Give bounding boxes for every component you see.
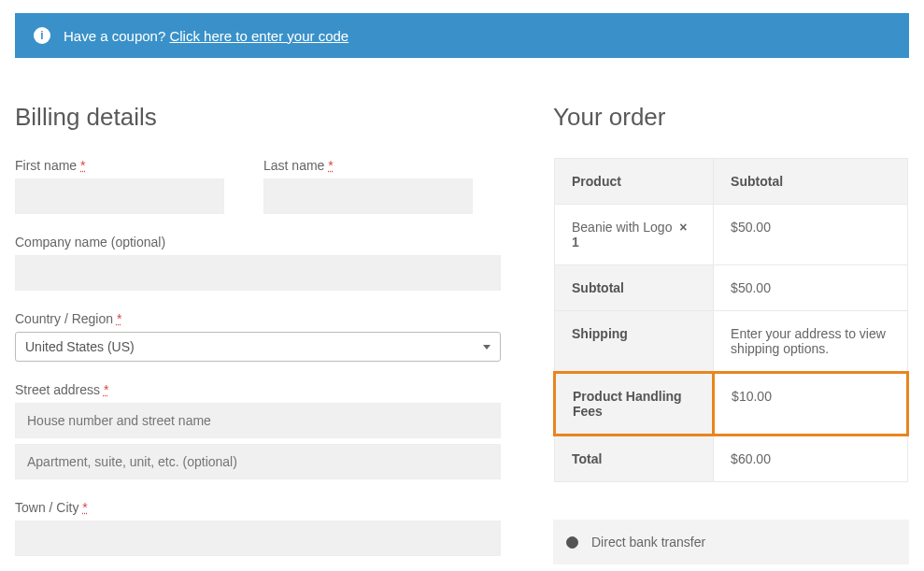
order-heading: Your order xyxy=(553,103,909,132)
order-table: Product Subtotal Beanie with Logo × 1 $5… xyxy=(553,158,909,482)
coupon-link[interactable]: Click here to enter your code xyxy=(169,28,348,44)
total-value: $60.00 xyxy=(714,435,908,482)
payment-option-label: Direct bank transfer xyxy=(591,535,705,550)
shipping-label: Shipping xyxy=(555,311,714,373)
item-name: Beanie with Logo × 1 xyxy=(555,205,714,265)
chevron-down-icon xyxy=(483,345,490,350)
total-label: Total xyxy=(555,435,714,482)
info-icon: i xyxy=(34,27,50,44)
country-label: Country / Region * xyxy=(15,311,501,326)
table-row: Beanie with Logo × 1 $50.00 xyxy=(555,205,908,265)
shipping-value: Enter your address to view shipping opti… xyxy=(714,311,908,373)
apartment-input[interactable] xyxy=(15,444,501,479)
country-select[interactable]: United States (US) xyxy=(15,332,501,362)
first-name-input[interactable] xyxy=(15,178,224,214)
table-row: Total $60.00 xyxy=(555,435,908,482)
street-input[interactable] xyxy=(15,403,501,438)
required-asterisk: * xyxy=(104,382,108,397)
table-row: Subtotal $50.00 xyxy=(555,265,908,311)
street-label: Street address * xyxy=(15,382,501,397)
required-asterisk: * xyxy=(117,311,121,326)
company-label: Company name (optional) xyxy=(15,235,501,250)
table-row: Shipping Enter your address to view ship… xyxy=(555,311,908,373)
coupon-text: Have a coupon? xyxy=(64,28,165,44)
subtotal-header: Subtotal xyxy=(714,159,908,205)
subtotal-value: $50.00 xyxy=(714,265,908,311)
last-name-input[interactable] xyxy=(263,178,473,214)
payment-box: Direct bank transfer xyxy=(553,520,909,564)
fees-value: $10.00 xyxy=(714,373,908,435)
required-asterisk: * xyxy=(80,158,85,173)
required-asterisk: * xyxy=(328,158,333,173)
radio-icon xyxy=(566,536,578,549)
required-asterisk: * xyxy=(82,500,87,515)
city-input[interactable] xyxy=(15,521,501,556)
item-price: $50.00 xyxy=(714,205,908,265)
product-header: Product xyxy=(555,159,714,205)
last-name-label: Last name * xyxy=(263,158,473,173)
payment-option-direct-bank[interactable]: Direct bank transfer xyxy=(566,535,896,550)
subtotal-label: Subtotal xyxy=(555,265,714,311)
coupon-banner: i Have a coupon? Click here to enter you… xyxy=(15,13,909,58)
city-label: Town / City * xyxy=(15,500,501,515)
billing-heading: Billing details xyxy=(15,103,501,132)
fees-label: Product Handling Fees xyxy=(555,373,714,435)
highlighted-row: Product Handling Fees $10.00 xyxy=(555,373,908,435)
first-name-label: First name * xyxy=(15,158,224,173)
company-input[interactable] xyxy=(15,255,501,291)
